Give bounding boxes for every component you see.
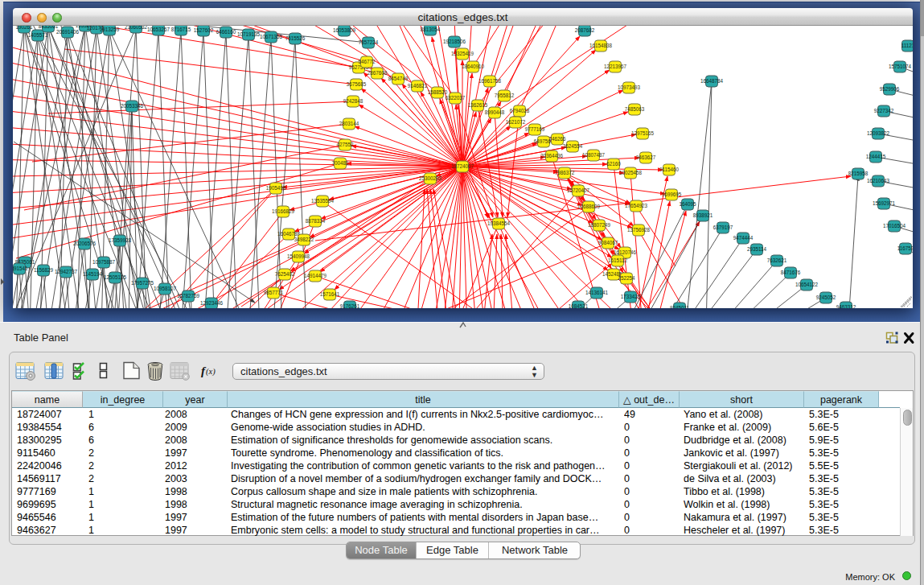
svg-text:16154838: 16154838 xyxy=(589,43,613,48)
svg-text:62160: 62160 xyxy=(606,161,621,167)
svg-text:19166829: 19166829 xyxy=(272,208,295,214)
svg-text:15751074: 15751074 xyxy=(889,64,912,69)
svg-text:17957275: 17957275 xyxy=(131,280,154,286)
svg-text:9115460: 9115460 xyxy=(659,167,680,172)
svg-text:18724007: 18724007 xyxy=(451,163,474,169)
svg-text:10671355: 10671355 xyxy=(260,34,283,39)
svg-text:164095: 164095 xyxy=(679,201,696,207)
svg-text:9245011: 9245011 xyxy=(670,305,690,308)
svg-text:10958107: 10958107 xyxy=(154,286,177,291)
svg-text:9463312: 9463312 xyxy=(836,304,856,308)
svg-text:1527602: 1527602 xyxy=(194,27,214,33)
svg-text:427552: 427552 xyxy=(336,142,354,147)
svg-text:7857224: 7857224 xyxy=(359,39,379,45)
svg-text:1156829: 1156829 xyxy=(34,267,54,273)
svg-text:11121: 11121 xyxy=(901,43,913,48)
svg-text:1571641: 1571641 xyxy=(320,291,340,297)
svg-text:1615112: 1615112 xyxy=(608,257,628,263)
svg-text:8938921: 8938921 xyxy=(693,212,713,218)
svg-text:12975165: 12975165 xyxy=(631,130,655,136)
svg-text:10653267: 10653267 xyxy=(147,27,170,32)
svg-text:7515526: 7515526 xyxy=(285,35,306,41)
svg-text:7632621: 7632621 xyxy=(767,257,787,263)
svg-text:10975887: 10975887 xyxy=(92,259,116,265)
svg-text:12942737: 12942737 xyxy=(55,269,78,274)
svg-text:16046788: 16046788 xyxy=(277,231,301,237)
svg-text:8716715: 8716715 xyxy=(171,27,191,32)
svg-text:8471676: 8471676 xyxy=(781,270,801,275)
svg-text:116753: 116753 xyxy=(897,245,913,251)
svg-text:8878334: 8878334 xyxy=(306,218,326,224)
svg-text:10973493: 10973493 xyxy=(618,84,641,90)
svg-text:700481: 700481 xyxy=(331,160,349,166)
svg-text:1905498: 1905498 xyxy=(266,185,286,191)
svg-text:3624554: 3624554 xyxy=(563,143,583,149)
svg-text:18640910: 18640910 xyxy=(462,64,485,69)
svg-text:13325419: 13325419 xyxy=(451,51,474,56)
svg-text:9474444: 9474444 xyxy=(733,235,754,241)
svg-text:12505135: 12505135 xyxy=(104,274,127,280)
svg-text:1621072: 1621072 xyxy=(506,119,526,125)
svg-text:1362615: 1362615 xyxy=(468,102,488,108)
svg-text:1244415: 1244415 xyxy=(866,154,886,159)
svg-text:8215958: 8215958 xyxy=(848,171,869,176)
svg-text:8454749: 8454749 xyxy=(388,76,409,81)
svg-text:9084067: 9084067 xyxy=(598,240,618,245)
svg-text:10807487: 10807487 xyxy=(582,152,606,158)
svg-text:6466160: 6466160 xyxy=(216,29,236,35)
svg-text:18807249: 18807249 xyxy=(588,222,611,228)
svg-text:12923446: 12923446 xyxy=(200,300,224,306)
svg-text:16053809: 16053809 xyxy=(333,27,356,33)
svg-text:1913259: 1913259 xyxy=(100,27,120,32)
svg-text:20691406: 20691406 xyxy=(56,29,80,35)
svg-text:1588520: 1588520 xyxy=(428,89,448,95)
svg-text:3498222: 3498222 xyxy=(294,237,314,242)
svg-text:9699695: 9699695 xyxy=(662,192,682,197)
svg-text:3675685: 3675685 xyxy=(347,81,367,87)
svg-text:7955812: 7955812 xyxy=(495,93,515,98)
svg-text:16120746: 16120746 xyxy=(614,249,637,255)
svg-text:14914479: 14914479 xyxy=(304,273,327,278)
svg-text:20364436: 20364436 xyxy=(540,153,564,159)
svg-text:6322037: 6322037 xyxy=(446,95,466,101)
svg-text:6379197: 6379197 xyxy=(713,225,733,230)
svg-text:10719135: 10719135 xyxy=(237,31,261,37)
svg-text:14136141: 14136141 xyxy=(585,290,609,295)
svg-text:2935114: 2935114 xyxy=(747,246,767,252)
svg-text:15692971: 15692971 xyxy=(873,200,896,206)
svg-text:391541: 391541 xyxy=(13,266,28,271)
svg-text:12093822: 12093822 xyxy=(867,130,890,136)
svg-text:9777169: 9777169 xyxy=(525,126,545,132)
svg-text:1733426: 1733426 xyxy=(621,294,641,299)
svg-text:7485063: 7485063 xyxy=(625,106,645,112)
svg-text:746266: 746266 xyxy=(548,136,566,142)
svg-text:19384554: 19384554 xyxy=(487,220,511,226)
svg-text:17016504: 17016504 xyxy=(883,223,906,229)
svg-text:190261: 190261 xyxy=(15,26,33,30)
svg-text:9176261: 9176261 xyxy=(340,303,360,308)
svg-text:2867608: 2867608 xyxy=(368,70,388,76)
svg-text:10688609: 10688609 xyxy=(577,204,601,209)
svg-text:9463627: 9463627 xyxy=(636,154,656,160)
svg-text:19218506: 19218506 xyxy=(443,39,466,44)
svg-text:7986372: 7986372 xyxy=(555,170,575,175)
svg-text:9242848: 9242848 xyxy=(343,98,363,104)
svg-text:7625402: 7625402 xyxy=(275,271,295,277)
svg-text:9529906: 9529906 xyxy=(880,86,900,92)
svg-text:10025458: 10025458 xyxy=(619,170,643,175)
svg-text:17359928: 17359928 xyxy=(109,237,132,243)
svg-text:9857771: 9857771 xyxy=(264,290,284,295)
svg-text:12213967: 12213967 xyxy=(604,64,627,69)
svg-text:2803144: 2803144 xyxy=(339,121,359,126)
svg-text:20206576: 20206576 xyxy=(73,241,97,246)
svg-text:20053346: 20053346 xyxy=(121,103,144,109)
svg-text:8813054: 8813054 xyxy=(421,27,441,32)
svg-text:13535594: 13535594 xyxy=(311,198,335,204)
svg-text:546772: 546772 xyxy=(358,59,376,64)
svg-text:9227342: 9227342 xyxy=(874,108,894,113)
svg-text:1405571: 1405571 xyxy=(28,32,48,38)
svg-text:9245052: 9245052 xyxy=(816,295,836,300)
svg-text:16961758: 16961758 xyxy=(478,78,502,84)
svg-text:13756928: 13756928 xyxy=(627,227,651,233)
svg-text:(x): (x) xyxy=(206,367,216,377)
